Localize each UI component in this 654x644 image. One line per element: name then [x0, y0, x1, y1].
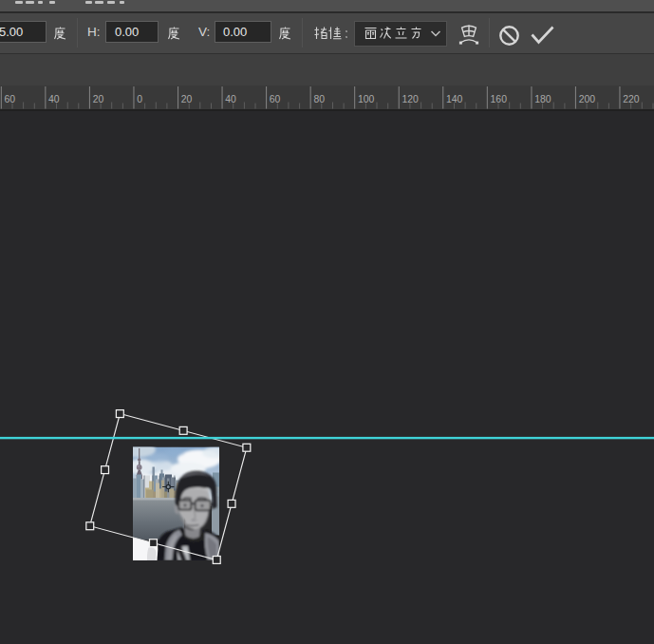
svg-text:40: 40: [225, 94, 236, 104]
svg-text:0: 0: [137, 94, 142, 104]
svg-text:140: 140: [446, 94, 463, 104]
svg-text:220: 220: [623, 94, 640, 104]
svg-text:40: 40: [48, 94, 60, 104]
svg-text:160: 160: [491, 94, 508, 104]
svg-text:60: 60: [5, 94, 16, 104]
svg-text:200: 200: [579, 94, 596, 104]
svg-text:20: 20: [93, 94, 104, 104]
svg-text:20: 20: [181, 94, 193, 104]
svg-text:180: 180: [534, 94, 551, 104]
svg-text:60: 60: [270, 94, 281, 104]
svg-text:100: 100: [358, 94, 375, 104]
svg-text:120: 120: [402, 94, 420, 104]
svg-text:80: 80: [313, 94, 325, 104]
